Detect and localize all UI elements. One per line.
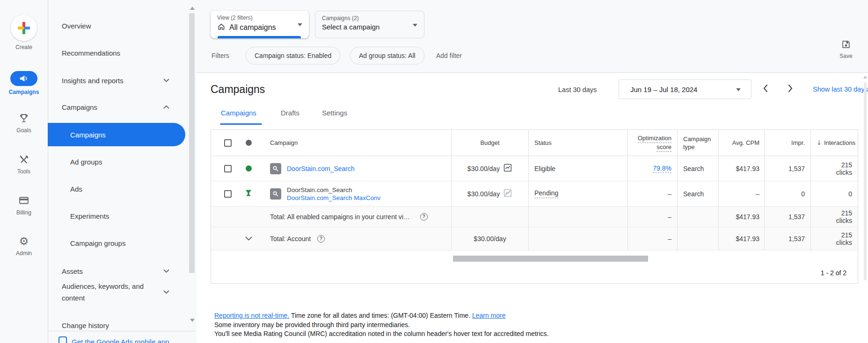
budget-report-chart-icon[interactable] <box>503 163 512 174</box>
row-checkbox[interactable] <box>224 190 232 198</box>
optimization-score-link[interactable]: 79.8% <box>653 164 671 173</box>
add-filter-button[interactable]: Add filter <box>436 52 462 59</box>
footnote-line-3: You'll see Media Rating Council (MRC) ac… <box>214 329 549 339</box>
sidebar-scrollbar-down-arrow[interactable] <box>190 319 195 322</box>
content-scrollbar-up-arrow[interactable] <box>863 76 867 79</box>
campaign-type-value: Search <box>677 156 718 181</box>
expand-chevron-down-icon[interactable] <box>245 236 252 241</box>
sidebar-item-recommendations[interactable]: Recommendations <box>0 47 187 58</box>
column-header-avg-cpm[interactable]: Avg. CPM <box>718 130 764 156</box>
sort-descending-icon: ↓ <box>817 139 822 146</box>
search-campaign-icon <box>270 163 281 174</box>
column-header-impressions[interactable]: Impr. <box>764 130 810 156</box>
budget-total: $30.00/day <box>474 235 506 243</box>
sidebar-item-experiments[interactable]: Experiments <box>0 210 187 222</box>
date-range-picker[interactable]: Jun 19 – Jul 18, 2024 <box>619 79 751 99</box>
status-value[interactable]: Pending <box>534 189 558 198</box>
column-header-optimization-score[interactable]: Optimization score <box>627 130 677 156</box>
sidebar-item-audiences-keywords-content[interactable]: Audiences, keywords, and content <box>0 280 187 304</box>
sidebar-item-assets[interactable]: Assets <box>0 265 187 277</box>
save-label: Save <box>834 53 858 59</box>
column-header-budget[interactable]: Budget <box>451 130 528 156</box>
rail-campaigns-label: Campaigns <box>0 89 48 95</box>
base-campaign-name: DoorStain.com_Search <box>287 186 380 194</box>
credit-card-icon <box>0 194 48 207</box>
rail-admin-label: Admin <box>0 250 48 257</box>
budget-value: $30.00/day <box>467 165 500 172</box>
tab-drafts[interactable]: Drafts <box>281 109 299 117</box>
search-campaign-icon <box>270 188 281 200</box>
impressions-value: 1,537 <box>764 156 810 181</box>
impressions-total: 1,537 <box>764 227 810 250</box>
sidebar-item-overview[interactable]: Overview <box>0 20 187 31</box>
sidebar-scrollbar-thumb[interactable] <box>189 13 195 273</box>
filters-label: Filters <box>212 52 229 59</box>
column-header-status[interactable]: Status <box>528 130 627 156</box>
avg-cpm-value: $417.93 <box>718 156 764 181</box>
rail-goals-button[interactable]: Goals <box>0 112 48 134</box>
date-range-label: Last 30 days <box>558 86 597 93</box>
budget-report-chart-disabled-icon <box>503 188 512 199</box>
view-filter-dropdown[interactable]: View (2 filters) All campaigns <box>211 11 309 38</box>
filter-chip-campaign-status[interactable]: Campaign status: Enabled <box>246 47 340 64</box>
sidebar-item-change-history[interactable]: Change history <box>0 320 187 331</box>
optimization-score-value: – <box>627 181 677 206</box>
top-toolbar: View (2 filters) All campaigns Campaigns… <box>197 0 868 73</box>
left-pane: Create Campaigns Goals Tools <box>0 0 197 343</box>
campaign-select-dropdown[interactable]: Campaigns (2) Select a campaign <box>315 11 424 38</box>
interactions-total: 215 clicks <box>810 207 858 227</box>
filter-chip-ad-group-status[interactable]: Ad group status: All <box>350 47 424 64</box>
column-header-campaign[interactable]: Campaign <box>262 130 451 156</box>
sidebar-item-insights-and-reports[interactable]: Insights and reports <box>0 75 187 86</box>
help-icon[interactable]: ? <box>317 235 325 243</box>
previous-period-button[interactable] <box>763 84 772 94</box>
footnote-line-1: Reporting is not real-time. Time zone fo… <box>214 311 549 321</box>
active-view-indicator <box>218 36 301 38</box>
interactions-value: 215 clicks <box>810 156 858 181</box>
sidebar-item-ad-groups[interactable]: Ad groups <box>0 156 187 167</box>
sidebar-item-mobile-app[interactable]: Get the Google Ads mobile app <box>58 336 169 343</box>
save-button[interactable]: Save <box>834 39 858 59</box>
learn-more-link[interactable]: Learn more <box>472 312 506 319</box>
sidebar-item-campaigns-parent[interactable]: Campaigns <box>0 101 187 113</box>
next-period-button[interactable] <box>788 84 797 94</box>
optimization-score-total: – <box>627 227 677 250</box>
select-all-checkbox[interactable] <box>224 139 232 147</box>
avg-cpm-value: – <box>718 181 764 206</box>
column-header-campaign-type[interactable]: Campaign type <box>677 130 718 156</box>
help-icon[interactable]: ? <box>420 213 428 221</box>
chevron-down-icon <box>163 290 169 294</box>
footnote-line-2: Some inventory may be provided through t… <box>214 321 549 330</box>
date-range-value: Jun 19 – Jul 18, 2024 <box>630 86 697 93</box>
interactions-total: 215 clicks <box>810 227 858 250</box>
content-scrollbar-thumb[interactable] <box>864 82 867 280</box>
view-filter-value: All campaigns <box>229 23 276 32</box>
campaign-name-link[interactable]: DoorStain.com_Search MaxConv <box>287 194 380 202</box>
tab-settings[interactable]: Settings <box>322 109 347 117</box>
reporting-not-realtime-link[interactable]: Reporting is not real-time. <box>214 312 289 319</box>
sidebar-item-campaigns-active[interactable]: Campaigns <box>48 123 185 146</box>
campaign-select-label: Campaigns (2) <box>322 15 424 21</box>
interactions-value: 0 <box>810 181 858 206</box>
sidebar-item-campaign-groups[interactable]: Campaign groups <box>0 237 187 249</box>
show-last-30-days-link[interactable]: Show last 30 days <box>813 86 868 93</box>
optimization-score-total: – <box>627 207 677 227</box>
experiment-icon[interactable] <box>245 189 252 199</box>
total-enabled-row: Total: All enabled campaigns in your cur… <box>211 207 858 227</box>
chevron-down-icon <box>163 269 169 273</box>
status-enabled-dot-icon[interactable] <box>246 165 252 172</box>
active-tab-indicator <box>220 123 262 125</box>
campaign-name-link[interactable]: DoorStain.com_Search <box>287 165 355 172</box>
status-filter-dot-icon[interactable] <box>246 140 252 146</box>
rail-tools-label: Tools <box>0 168 48 175</box>
column-header-interactions[interactable]: ↓ Interactions <box>810 130 858 156</box>
horizontal-scrollbar-thumb[interactable] <box>453 256 648 262</box>
row-checkbox[interactable] <box>224 165 232 172</box>
view-filter-label: View (2 filters) <box>217 14 309 21</box>
table-row: DoorStain.com_Search DoorStain.com_Searc… <box>211 181 858 207</box>
tab-campaigns[interactable]: Campaigns <box>221 109 256 117</box>
total-label: Total: Account <box>270 235 311 243</box>
rail-goals-label: Goals <box>0 127 48 134</box>
sidebar-item-ads[interactable]: Ads <box>0 183 187 194</box>
sidebar-scrollbar-up-arrow[interactable] <box>190 7 195 10</box>
